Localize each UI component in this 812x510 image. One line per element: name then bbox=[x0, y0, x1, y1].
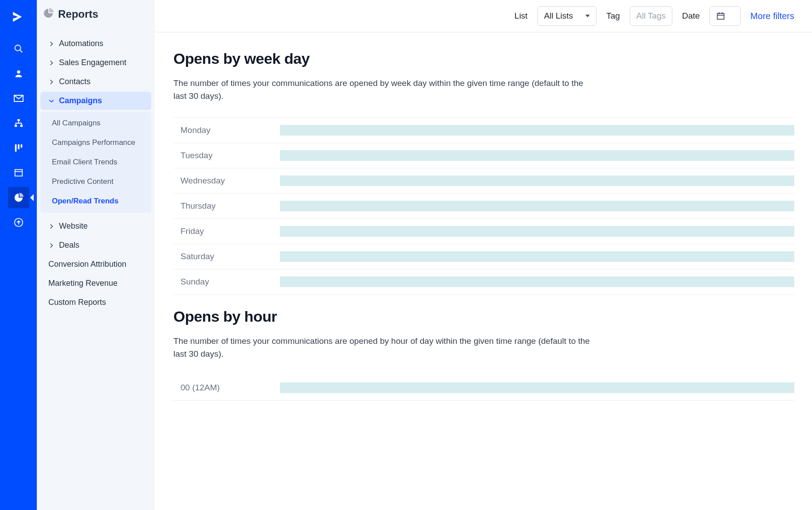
sidebar-item-label: Automations bbox=[59, 39, 103, 48]
search-icon[interactable] bbox=[8, 38, 29, 59]
bar-placeholder bbox=[280, 251, 794, 262]
sidebar-sub-label: Open/Read Trends bbox=[52, 197, 118, 205]
table-row: Thursday bbox=[173, 194, 794, 219]
row-label: Saturday bbox=[173, 252, 280, 261]
list-dropdown[interactable]: All Lists bbox=[537, 6, 596, 26]
svg-point-2 bbox=[17, 70, 20, 74]
table-row: Tuesday bbox=[173, 143, 794, 168]
section-title-week: Opens by week day bbox=[173, 50, 794, 67]
sidebar-header: Reports bbox=[37, 8, 155, 34]
svg-line-1 bbox=[20, 50, 22, 53]
sidebar-item-deals[interactable]: Deals bbox=[40, 236, 151, 254]
sidebar-item-conversion-attribution[interactable]: Conversion Attribution bbox=[40, 255, 151, 273]
row-label: Sunday bbox=[173, 277, 280, 287]
svg-point-0 bbox=[15, 45, 20, 51]
sidebar-sub-all-campaigns[interactable]: All Campaigns bbox=[44, 113, 148, 133]
sidebar-sub-label: Email Client Trends bbox=[52, 158, 117, 166]
sidebar-item-custom-reports[interactable]: Custom Reports bbox=[40, 293, 151, 311]
sitemap-icon[interactable] bbox=[8, 113, 29, 134]
sidebar-item-marketing-revenue[interactable]: Marketing Revenue bbox=[40, 274, 151, 292]
content-icon[interactable] bbox=[8, 162, 29, 183]
svg-rect-4 bbox=[17, 119, 20, 121]
content-area: Opens by week day The number of times yo… bbox=[155, 32, 812, 418]
bar-placeholder bbox=[280, 382, 794, 393]
bar-placeholder bbox=[280, 150, 794, 161]
bar-placeholder bbox=[280, 175, 794, 186]
chevron-right-icon bbox=[48, 223, 55, 230]
section-title-hour: Opens by hour bbox=[173, 308, 794, 325]
table-row: 00 (12AM) bbox=[173, 375, 794, 401]
reports-icon[interactable] bbox=[8, 187, 29, 208]
upgrade-icon[interactable] bbox=[8, 212, 29, 233]
sidebar-item-label: Marketing Revenue bbox=[48, 279, 118, 288]
bar-placeholder bbox=[280, 226, 794, 237]
filter-bar: List All Lists Tag All Tags Date More fi… bbox=[155, 0, 812, 32]
table-row: Saturday bbox=[173, 244, 794, 269]
table-row: Sunday bbox=[173, 269, 794, 295]
row-label: 00 (12AM) bbox=[173, 383, 280, 393]
sidebar-item-contacts[interactable]: Contacts bbox=[40, 73, 151, 91]
sidebar-sub-email-client-trends[interactable]: Email Client Trends bbox=[44, 152, 148, 172]
chevron-right-icon bbox=[48, 60, 55, 66]
svg-rect-8 bbox=[18, 144, 20, 149]
sidebar-item-label: Custom Reports bbox=[48, 298, 106, 307]
dropdown-placeholder: All Tags bbox=[636, 11, 666, 21]
table-row: Wednesday bbox=[173, 168, 794, 194]
bar-placeholder bbox=[280, 125, 794, 136]
tag-dropdown[interactable]: All Tags bbox=[630, 6, 672, 26]
logo[interactable] bbox=[10, 8, 27, 26]
chevron-right-icon bbox=[48, 41, 55, 47]
contact-icon[interactable] bbox=[8, 63, 29, 84]
row-label: Thursday bbox=[173, 201, 280, 211]
sidebar-sub-label: Campaigns Performance bbox=[52, 138, 135, 147]
bar-placeholder bbox=[280, 201, 794, 211]
sidebar-sub-label: Predictive Content bbox=[52, 177, 114, 186]
list-filter-label: List bbox=[514, 11, 528, 21]
section-desc-hour: The number of times your communications … bbox=[173, 335, 595, 360]
sidebar-sub-predictive-content[interactable]: Predictive Content bbox=[44, 172, 148, 191]
sidebar-item-label: Deals bbox=[59, 241, 79, 250]
sidebar-item-label: Sales Engagement bbox=[59, 58, 126, 67]
svg-rect-10 bbox=[15, 170, 22, 176]
svg-rect-7 bbox=[15, 144, 16, 152]
row-label: Wednesday bbox=[173, 176, 280, 186]
table-row: Friday bbox=[173, 219, 794, 244]
sidebar-sub-campaigns-performance[interactable]: Campaigns Performance bbox=[44, 133, 148, 152]
sidebar-item-automations[interactable]: Automations bbox=[40, 35, 151, 53]
section-desc-week: The number of times your communications … bbox=[173, 77, 595, 102]
pie-icon bbox=[43, 8, 54, 20]
nav-rail bbox=[0, 0, 37, 510]
sidebar: Reports Automations Sales Engagement Con… bbox=[37, 0, 155, 510]
dropdown-value: All Lists bbox=[544, 11, 573, 21]
date-picker[interactable] bbox=[710, 6, 741, 26]
sidebar-item-label: Campaigns bbox=[59, 96, 102, 105]
svg-rect-6 bbox=[20, 125, 22, 127]
svg-rect-13 bbox=[718, 13, 724, 19]
chevron-right-icon bbox=[48, 242, 55, 249]
main: List All Lists Tag All Tags Date More fi… bbox=[155, 0, 812, 510]
bar-placeholder bbox=[280, 276, 794, 287]
sidebar-item-sales-engagement[interactable]: Sales Engagement bbox=[40, 54, 151, 72]
sidebar-item-label: Conversion Attribution bbox=[48, 260, 126, 269]
row-label: Friday bbox=[173, 226, 280, 236]
table-row: Monday bbox=[173, 117, 794, 143]
sidebar-sub-open-read-trends[interactable]: Open/Read Trends bbox=[44, 191, 148, 211]
date-filter-label: Date bbox=[682, 11, 700, 21]
campaigns-submenu: All Campaigns Campaigns Performance Emai… bbox=[40, 112, 151, 213]
sidebar-item-campaigns[interactable]: Campaigns bbox=[40, 92, 151, 110]
sidebar-item-website[interactable]: Website bbox=[40, 217, 151, 235]
email-icon[interactable] bbox=[8, 88, 29, 109]
sidebar-item-label: Website bbox=[59, 222, 88, 231]
svg-rect-9 bbox=[20, 144, 22, 148]
sidebar-item-label: Contacts bbox=[59, 77, 90, 86]
calendar-icon bbox=[716, 12, 725, 20]
chevron-right-icon bbox=[48, 79, 55, 85]
board-icon[interactable] bbox=[8, 137, 29, 159]
chevron-down-icon bbox=[48, 98, 55, 104]
more-filters-link[interactable]: More filters bbox=[750, 11, 794, 21]
tag-filter-label: Tag bbox=[606, 11, 620, 21]
svg-rect-5 bbox=[14, 125, 17, 127]
sidebar-sub-label: All Campaigns bbox=[52, 119, 101, 127]
chevron-down-icon bbox=[585, 15, 590, 17]
row-label: Monday bbox=[173, 125, 280, 135]
